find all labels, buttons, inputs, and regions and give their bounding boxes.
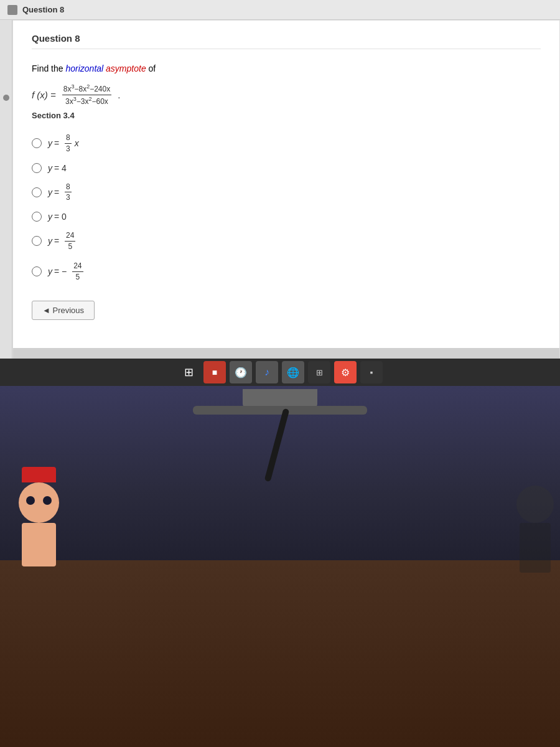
- choice-item-1: y = 8 3 x: [32, 133, 541, 154]
- cable: [264, 408, 290, 482]
- prompt-horizontal: horizontal: [65, 63, 103, 73]
- monitor-base: [193, 406, 367, 415]
- function-display: f (x) = 8x3−8x2−240x 3x3−3x2−60x .: [32, 83, 541, 107]
- figure-body: [22, 523, 56, 566]
- prompt-find: Find the: [32, 63, 63, 73]
- radio-5[interactable]: [32, 236, 42, 246]
- taskbar-music-icon[interactable]: ♪: [256, 361, 278, 383]
- choice-text-2: y = 4: [48, 163, 67, 173]
- figure-head: [19, 482, 59, 523]
- radio-3[interactable]: [32, 187, 42, 197]
- desk-surface: [0, 560, 560, 747]
- choice-item-4: y = 0: [32, 212, 541, 222]
- sidebar-dot: [3, 95, 9, 101]
- radio-6[interactable]: [32, 266, 42, 276]
- sidebar: [0, 20, 12, 386]
- radio-4[interactable]: [32, 212, 42, 222]
- taskbar-browser-icon[interactable]: 🌐: [282, 361, 304, 383]
- choice-item-3: y = 8 3: [32, 182, 541, 204]
- choice-6-fraction: 24 5: [72, 261, 83, 283]
- choice-text-6: y = − 24 5: [48, 261, 85, 283]
- figure-left: [19, 467, 59, 566]
- prompt-asymptote: asymptote: [106, 63, 146, 73]
- answer-choices: y = 8 3 x y = 4: [32, 133, 541, 282]
- quiz-main: Question 8 Find the horizontal asymptote…: [12, 20, 560, 386]
- choice-text-1: y = 8 3 x: [48, 133, 79, 154]
- fraction-numerator: 8x3−8x2−240x: [62, 83, 111, 95]
- function-fraction: 8x3−8x2−240x 3x3−3x2−60x: [62, 83, 111, 107]
- title-bar-icon: [7, 5, 17, 15]
- question-title: Question 8: [32, 33, 541, 49]
- choice-item-5: y = 24 5: [32, 230, 541, 252]
- taskbar-security-icon[interactable]: ⚙: [334, 361, 357, 383]
- choice-item-6: y = − 24 5: [32, 261, 541, 283]
- fraction-denominator: 3x3−3x2−60x: [64, 95, 110, 107]
- taskbar-windows-button[interactable]: ⊞: [177, 361, 200, 383]
- taskbar-explorer-icon[interactable]: ■: [203, 361, 226, 383]
- taskbar: ⊞ ■ 🕐 ♪ 🌐 ⊞ ⚙ ▪: [0, 359, 560, 386]
- choice-3-fraction: 8 3: [65, 182, 72, 204]
- figure-eye-left: [26, 496, 35, 505]
- radio-2[interactable]: [32, 163, 42, 173]
- desk-area: [0, 386, 560, 747]
- choice-5-fraction: 24 5: [65, 230, 75, 252]
- question-prompt: Find the horizontal asymptote of: [32, 62, 541, 75]
- section-label: Section 3.4: [32, 111, 541, 120]
- previous-button[interactable]: ◄ Previous: [32, 301, 95, 320]
- choice-text-5: y = 24 5: [48, 230, 77, 252]
- taskbar-clock-icon[interactable]: 🕐: [230, 361, 252, 383]
- content-area: Question 8 Find the horizontal asymptote…: [0, 20, 560, 386]
- choice-text-3: y = 8 3: [48, 182, 73, 204]
- choice-1-fraction: 8 3: [65, 133, 72, 154]
- figure-hat: [22, 467, 56, 482]
- page-title: Question 8: [22, 5, 64, 14]
- figure-right-head: [516, 486, 554, 523]
- radio-1[interactable]: [32, 138, 42, 148]
- function-period: .: [118, 90, 120, 100]
- title-bar: Question 8: [0, 0, 560, 20]
- figure-right: [516, 486, 554, 573]
- taskbar-files-icon[interactable]: ⊞: [308, 361, 330, 383]
- choice-item-2: y = 4: [32, 163, 541, 173]
- figure-right-body: [520, 523, 551, 573]
- monitor-stand: [243, 389, 317, 408]
- figure-eye-right: [43, 496, 52, 505]
- taskbar-settings-icon[interactable]: ▪: [360, 361, 383, 383]
- prompt-of: of: [149, 63, 156, 73]
- function-label: f (x) =: [32, 90, 56, 100]
- choice-text-4: y = 0: [48, 212, 67, 222]
